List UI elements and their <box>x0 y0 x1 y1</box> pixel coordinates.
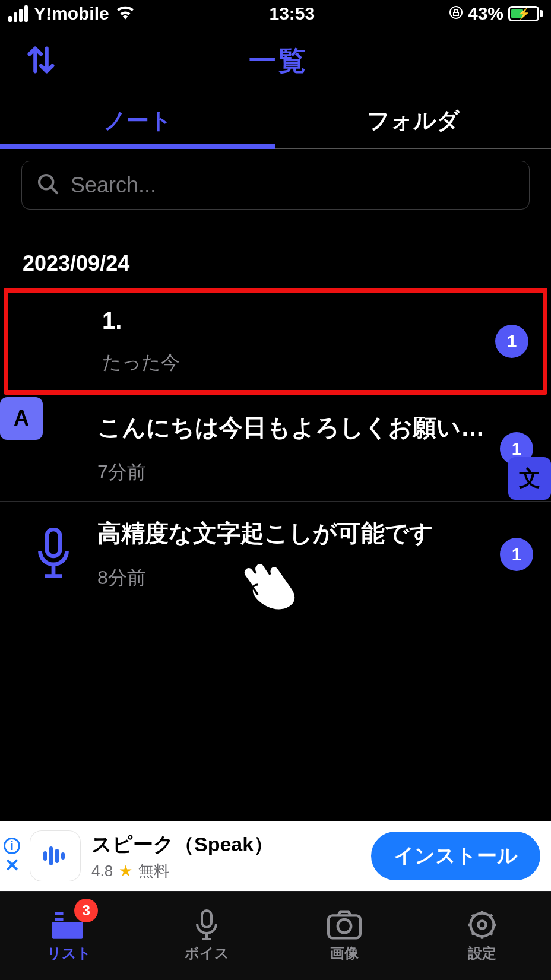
note-timestamp: たった今 <box>102 350 488 376</box>
note-timestamp: 8分前 <box>97 565 493 591</box>
svg-rect-8 <box>55 849 59 863</box>
tab-list[interactable]: リスト 3 <box>0 892 138 980</box>
carrier-label: Y!mobile <box>34 4 109 24</box>
tab-list-badge: 3 <box>74 899 98 922</box>
battery-percent: 43% <box>468 4 504 24</box>
note-row[interactable]: A 文 こんにちは今日もよろしくお願い… 7分前 1 <box>0 396 551 502</box>
bottom-tab-bar: リスト 3 ボイス 画像 設定 <box>0 891 551 980</box>
note-timestamp: 7分前 <box>97 459 493 486</box>
tab-voice-label: ボイス <box>185 944 229 963</box>
tab-image-label: 画像 <box>330 944 359 963</box>
note-badge: 1 <box>500 538 533 571</box>
tab-settings-label: 設定 <box>468 944 496 963</box>
ad-banner[interactable]: i ✕ スピーク（Speak） 4.8 ★ 無料 インストール <box>0 821 551 891</box>
ad-close-icon[interactable]: ✕ <box>5 857 20 874</box>
clock: 13:53 <box>269 4 315 24</box>
microphone-icon <box>18 519 89 590</box>
svg-rect-3 <box>47 529 61 556</box>
ad-price: 無料 <box>138 861 169 881</box>
ad-rating: 4.8 <box>91 862 113 880</box>
wifi-icon <box>115 4 135 24</box>
svg-point-15 <box>471 913 494 936</box>
tabs: ノート フォルダ <box>0 96 551 149</box>
svg-rect-10 <box>202 911 211 927</box>
rotation-lock-icon <box>449 4 463 24</box>
tab-note[interactable]: ノート <box>0 96 276 149</box>
note-list: 1. たった今 1 A 文 こんにちは今日もよろしくお願い… 7分前 1 <box>0 288 551 607</box>
note-row[interactable]: 高精度な文字起こしが可能です 8分前 1 <box>0 502 551 607</box>
svg-point-14 <box>338 919 351 933</box>
sort-button[interactable] <box>24 43 58 80</box>
search-input[interactable] <box>71 173 515 198</box>
signal-icon <box>8 5 28 22</box>
svg-rect-7 <box>49 846 53 865</box>
ad-app-icon <box>30 830 81 881</box>
star-icon: ★ <box>119 862 132 880</box>
svg-rect-9 <box>61 852 65 860</box>
app-header: 一覧 <box>0 26 551 96</box>
battery-icon: ⚡ <box>508 6 543 21</box>
note-title: 高精度な文字起こしが可能です <box>97 517 493 550</box>
translate-icon: A 文 <box>18 413 89 484</box>
svg-rect-6 <box>43 851 47 861</box>
svg-line-2 <box>51 187 57 193</box>
note-row-icon-placeholder <box>23 306 94 377</box>
status-right: 43% ⚡ <box>449 4 543 24</box>
tab-list-label: リスト <box>47 944 91 963</box>
ad-title: スピーク（Speak） <box>91 831 371 858</box>
note-title: こんにちは今日もよろしくお願い… <box>97 411 493 444</box>
date-section-header: 2023/09/24 <box>0 215 551 287</box>
note-title: 1. <box>102 307 488 334</box>
ad-install-button[interactable]: インストール <box>371 832 540 880</box>
note-badge: 1 <box>495 325 528 358</box>
ad-info-icon[interactable]: i <box>4 838 20 854</box>
note-row[interactable]: 1. たった今 1 <box>4 288 547 395</box>
search-box[interactable] <box>21 161 530 210</box>
tab-image[interactable]: 画像 <box>276 892 413 980</box>
status-left: Y!mobile <box>8 4 135 24</box>
search-icon <box>36 172 60 198</box>
tab-folder[interactable]: フォルダ <box>276 96 551 149</box>
tab-settings[interactable]: 設定 <box>413 892 551 980</box>
status-bar: Y!mobile 13:53 43% ⚡ <box>0 0 551 26</box>
tab-voice[interactable]: ボイス <box>138 892 276 980</box>
page-title: 一覧 <box>249 43 308 80</box>
ad-controls: i ✕ <box>4 838 20 874</box>
svg-point-16 <box>479 921 486 928</box>
